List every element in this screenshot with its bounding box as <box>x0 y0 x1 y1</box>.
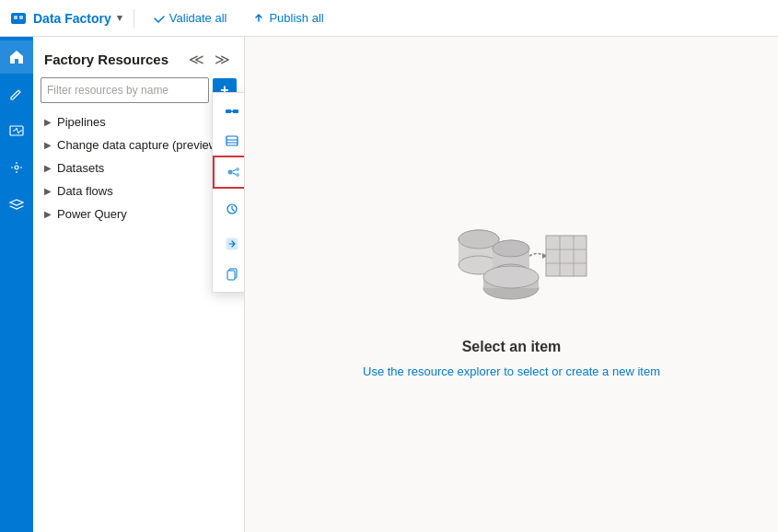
menu-item-pipeline[interactable]: Pipeline ▶ <box>213 97 245 126</box>
menu-item-dataflow[interactable]: Data flow ▶ <box>213 156 245 189</box>
svg-rect-2 <box>19 16 23 19</box>
powerquery-icon <box>224 236 240 252</box>
main-dropdown: Pipeline ▶ Dataset <box>212 92 245 293</box>
search-input[interactable] <box>41 77 209 103</box>
collapse-btn[interactable]: ≪ <box>185 48 207 70</box>
topbar-divider <box>134 9 134 28</box>
nav-manage[interactable] <box>0 151 33 184</box>
svg-rect-19 <box>227 271 235 280</box>
dataflow-icon <box>226 164 242 180</box>
main-layout: Factory Resources ≪ ≫ + ▶ Pipelines ▶ Ch… <box>0 37 778 532</box>
chevron-right-icon: ▶ <box>44 209 52 219</box>
illustration <box>428 191 594 315</box>
empty-state: Select an item Use the resource explorer… <box>363 191 660 378</box>
dataset-icon <box>224 133 240 149</box>
svg-point-11 <box>228 170 233 175</box>
svg-rect-0 <box>11 13 26 24</box>
sidebar: Factory Resources ≪ ≫ + ▶ Pipelines ▶ Ch… <box>33 37 245 532</box>
chevron-right-icon: ▶ <box>44 117 52 127</box>
dropdown-container: Pipeline ▶ Dataset <box>212 92 245 293</box>
svg-rect-8 <box>226 136 238 145</box>
svg-point-29 <box>459 230 499 249</box>
empty-state-title: Select an item <box>462 339 562 355</box>
sidebar-title: Factory Resources <box>44 52 168 67</box>
validate-all-button[interactable]: Validate all <box>145 7 235 29</box>
nav-learn[interactable] <box>0 188 33 221</box>
sidebar-header: Factory Resources ≪ ≫ <box>33 37 244 77</box>
main-content: Select an item Use the resource explorer… <box>245 37 778 532</box>
svg-line-15 <box>233 173 237 175</box>
nav-edit[interactable] <box>0 77 33 110</box>
copy-icon <box>224 265 240 282</box>
svg-rect-35 <box>546 236 586 276</box>
svg-point-42 <box>483 266 539 288</box>
menu-item-cdc[interactable]: Change data capture (preview) <box>213 189 245 229</box>
cdc-icon <box>224 201 240 217</box>
menu-item-powerquery[interactable]: Power Query <box>213 229 245 259</box>
empty-state-subtitle: Use the resource explorer to select or c… <box>363 364 660 378</box>
svg-rect-1 <box>14 16 17 19</box>
nav-monitor[interactable] <box>0 114 33 147</box>
menu-item-dataset[interactable]: Dataset <box>213 126 245 156</box>
svg-point-4 <box>15 166 18 169</box>
topbar: Data Factory ▾ Validate all Publish all <box>0 0 778 37</box>
chevron-right-icon: ▶ <box>44 186 52 196</box>
chevron-right-icon: ▶ <box>44 140 52 150</box>
svg-point-12 <box>236 168 239 171</box>
nav-home[interactable] <box>0 40 33 74</box>
chevron-right-icon: ▶ <box>44 163 52 173</box>
svg-point-13 <box>236 173 239 177</box>
svg-rect-6 <box>233 110 238 113</box>
svg-point-33 <box>493 240 529 257</box>
svg-line-14 <box>233 170 237 172</box>
menu-item-copy-tool[interactable]: Copy Data tool <box>213 259 245 288</box>
nav-rail <box>0 37 33 532</box>
brand: Data Factory ▾ <box>9 9 122 28</box>
pipeline-icon <box>224 103 240 120</box>
sidebar-header-actions: ≪ ≫ <box>185 48 233 70</box>
svg-rect-5 <box>226 110 231 113</box>
expand-btn[interactable]: ≫ <box>211 48 233 70</box>
publish-all-button[interactable]: Publish all <box>245 7 331 29</box>
